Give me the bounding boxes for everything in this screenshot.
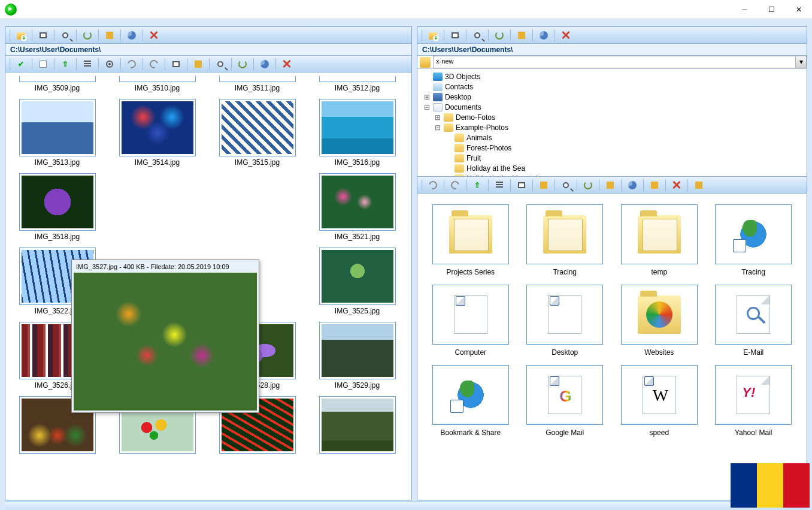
thumbnail-item[interactable]: IMG_3513.jpg: [10, 99, 104, 167]
thumbnail-item[interactable]: IMG_3510.jpg: [110, 76, 204, 93]
rotate-left-button[interactable]: [124, 58, 140, 71]
tree-expander-icon[interactable]: ⊞: [434, 113, 441, 122]
tb2-doc-button[interactable]: [190, 58, 206, 71]
tree-expander-icon[interactable]: ⊟: [423, 103, 431, 111]
r-delete-button[interactable]: [558, 29, 574, 42]
thumbnail-item[interactable]: IMG_3515.jpg: [210, 99, 304, 167]
file-item[interactable]: Y!Yahoo! Mail: [711, 365, 796, 437]
file-item[interactable]: E-Mail: [711, 285, 796, 357]
file-item[interactable]: Projects Series: [428, 204, 513, 276]
refresh-button[interactable]: [80, 29, 95, 42]
r-zoom-button[interactable]: [469, 29, 485, 42]
file-item[interactable]: Desktop: [523, 285, 608, 357]
list-button[interactable]: [80, 58, 95, 71]
address-input[interactable]: x-new: [433, 56, 796, 68]
r2-tool2-button[interactable]: [647, 179, 662, 192]
thumbnail-item[interactable]: IMG_3518.jpg: [10, 173, 104, 242]
tb2-rect-button[interactable]: [168, 58, 184, 71]
left-thumbnail-area[interactable]: IMG_3509.jpgIMG_3510.jpgIMG_3511.jpgIMG_…: [5, 73, 411, 500]
r2-doc-button[interactable]: [536, 179, 552, 192]
r2-rotate-right-button[interactable]: [447, 179, 463, 192]
file-item[interactable]: Websites: [617, 285, 702, 357]
thumbnail-label: IMG_3512.jpg: [335, 82, 380, 93]
tree-node[interactable]: ⊟Documents: [423, 102, 804, 112]
r2-extra-button[interactable]: [691, 179, 707, 192]
file-item[interactable]: Tracing: [711, 204, 796, 276]
tree-node[interactable]: Forest-Photos: [423, 143, 804, 153]
r2-refresh-button[interactable]: [580, 179, 596, 192]
thumbnail-label: IMG_3509.jpg: [35, 82, 80, 93]
file-item[interactable]: Computer: [428, 285, 513, 357]
close-button[interactable]: ✕: [785, 0, 812, 19]
tree-expander-icon[interactable]: ⊟: [434, 123, 441, 132]
rotate-right-button[interactable]: [146, 58, 162, 71]
right-item-area[interactable]: Projects SeriesTracingtempTracingCompute…: [417, 194, 807, 500]
tree-node[interactable]: Holiday in the Mountains: [423, 173, 804, 177]
file-label: Tracing: [741, 264, 765, 276]
r-pie-button[interactable]: [536, 29, 552, 42]
tool-button[interactable]: [102, 29, 117, 42]
thumbnail-item[interactable]: IMG_3512.jpg: [310, 76, 404, 93]
r2-delete-button[interactable]: [669, 179, 684, 192]
right-toolbar-1: [417, 27, 807, 44]
folder-tree[interactable]: 3D ObjectsContacts⊞Desktop⊟Documents⊞Dem…: [417, 69, 807, 177]
tree-node[interactable]: ⊞Desktop: [423, 92, 804, 102]
minimize-button[interactable]: ─: [731, 0, 758, 19]
r2-zoom-button[interactable]: [558, 179, 574, 192]
tree-node[interactable]: ⊞Demo-Fotos: [423, 112, 804, 122]
r-new-folder-button[interactable]: [425, 29, 441, 42]
tb2-delete-button[interactable]: [279, 58, 295, 71]
tree-folder-icon: [433, 73, 443, 81]
tb2-pie-button[interactable]: [257, 58, 272, 71]
r2-up-button[interactable]: ⇧: [469, 179, 485, 192]
r-refresh-button[interactable]: [492, 29, 507, 42]
r2-pie-button[interactable]: [625, 179, 640, 192]
thumbnail-item[interactable]: IMG_3521.jpg: [310, 173, 404, 242]
file-icon: [715, 204, 792, 264]
tree-label: 3D Objects: [445, 73, 480, 81]
thumbnail-item[interactable]: IMG_3514.jpg: [110, 99, 204, 167]
tree-node[interactable]: Holiday at the Sea: [423, 163, 804, 173]
tree-expander-icon[interactable]: ⊞: [423, 93, 431, 101]
delete-button[interactable]: [146, 29, 162, 42]
file-item[interactable]: Bookmark & Share: [428, 365, 513, 437]
thumbnail-item[interactable]: IMG_3525.jpg: [310, 248, 404, 316]
r2-rotate-left-button[interactable]: [425, 179, 441, 192]
maximize-button[interactable]: ☐: [758, 0, 785, 19]
left-toolbar-2: ✔ ⇧: [5, 56, 411, 73]
tree-node[interactable]: Contacts: [423, 82, 804, 92]
thumbnail-item[interactable]: [310, 396, 404, 464]
thumbnail-item[interactable]: IMG_3511.jpg: [210, 76, 304, 93]
r2-list-button[interactable]: [492, 179, 507, 192]
zoom-button[interactable]: [57, 29, 73, 42]
target-button[interactable]: [102, 58, 117, 71]
r-tool-button[interactable]: [514, 29, 529, 42]
tree-folder-icon: [455, 134, 464, 142]
thumbnail-item[interactable]: IMG_3509.jpg: [10, 76, 104, 93]
file-item[interactable]: Wspeed: [617, 365, 702, 437]
r2-tool-button[interactable]: [602, 179, 618, 192]
r2-rect-button[interactable]: [514, 179, 529, 192]
tree-node[interactable]: Fruit: [423, 153, 804, 163]
new-folder-button[interactable]: [13, 29, 29, 42]
tb2-refresh-button[interactable]: [235, 58, 250, 71]
file-item[interactable]: Tracing: [523, 204, 608, 276]
file-item[interactable]: temp: [617, 204, 702, 276]
up-button[interactable]: ⇧: [57, 58, 73, 71]
tb2-zoom-button[interactable]: [213, 58, 228, 71]
file-icon: W: [621, 365, 698, 425]
select-button[interactable]: [35, 29, 51, 42]
file-item[interactable]: GGoogle Mail: [523, 365, 608, 437]
right-path: C:\Users\User\Documents\: [417, 44, 807, 56]
r-select-button[interactable]: [447, 29, 463, 42]
tree-node[interactable]: 3D Objects: [423, 71, 804, 82]
thumbnail-item[interactable]: IMG_3529.jpg: [310, 322, 404, 390]
uncheck-button[interactable]: [35, 58, 51, 71]
tree-node[interactable]: ⊟Example-Photos: [423, 122, 804, 132]
tree-node[interactable]: Animals: [423, 132, 804, 143]
thumbnail-item[interactable]: IMG_3516.jpg: [310, 99, 404, 167]
address-dropdown-button[interactable]: ▾: [796, 56, 807, 68]
check-all-button[interactable]: ✔: [13, 58, 29, 71]
tree-label: Documents: [445, 103, 481, 111]
pie-button[interactable]: [124, 29, 140, 42]
